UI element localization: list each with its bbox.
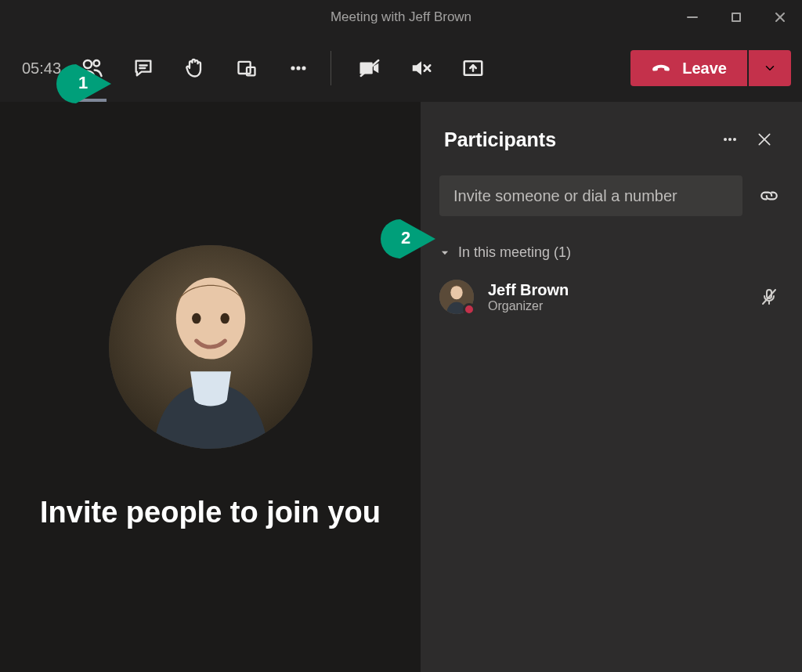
raise-hand-button[interactable] (169, 45, 221, 91)
participant-avatar (439, 280, 474, 314)
svg-point-4 (84, 60, 92, 68)
avatar-image (109, 245, 312, 449)
panel-close-button[interactable] (747, 122, 782, 157)
speaker-muted-icon (410, 56, 433, 80)
chevron-down-icon (763, 61, 777, 75)
invite-heading: Invite people to join you (40, 496, 381, 529)
participants-panel: Participants (421, 102, 802, 672)
copy-meeting-link-button[interactable] (752, 179, 786, 213)
people-icon (80, 56, 103, 80)
leave-dropdown-button[interactable] (749, 50, 791, 86)
hangup-icon (651, 58, 682, 78)
raise-hand-icon (184, 57, 206, 79)
meeting-body: Invite people to join you Participants (0, 102, 802, 672)
camera-off-icon (358, 56, 381, 80)
audio-toggle-button[interactable] (396, 45, 447, 91)
section-label: In this meeting (1) (458, 244, 571, 261)
caret-down-icon (439, 247, 450, 258)
more-actions-button[interactable] (273, 45, 324, 91)
mic-muted-icon (760, 287, 779, 306)
panel-more-button[interactable] (713, 122, 747, 157)
section-toggle[interactable]: In this meeting (1) (439, 244, 783, 261)
leave-label: Leave (682, 60, 727, 78)
meeting-toolbar: 05:43 (0, 34, 802, 102)
invite-input[interactable] (439, 175, 742, 216)
svg-point-11 (296, 66, 300, 70)
svg-point-21 (724, 138, 727, 141)
toolbar-left: 05:43 (11, 34, 499, 102)
close-icon (757, 132, 772, 147)
link-icon (759, 186, 779, 206)
call-duration: 05:43 (22, 60, 61, 78)
svg-point-27 (450, 286, 462, 300)
share-screen-button[interactable] (447, 45, 499, 91)
in-meeting-section: In this meeting (1) Jeff Brown (421, 224, 802, 325)
window-controls (670, 0, 802, 34)
show-chat-button[interactable] (117, 45, 169, 91)
participant-row[interactable]: Jeff Brown Organizer (439, 275, 783, 319)
breakout-rooms-button[interactable] (221, 45, 273, 91)
maximize-button[interactable] (714, 0, 758, 34)
participant-role: Organizer (488, 299, 569, 313)
leave-button[interactable]: Leave (630, 50, 747, 86)
window-title: Meeting with Jeff Brown (331, 9, 471, 25)
meeting-stage: Invite people to join you (0, 102, 421, 672)
participant-text: Jeff Brown Organizer (488, 281, 569, 313)
participant-actions (760, 287, 783, 306)
share-screen-icon (461, 56, 485, 80)
chat-icon (132, 57, 154, 79)
svg-point-22 (728, 138, 732, 141)
app-window: Meeting with Jeff Brown 05:43 (0, 0, 802, 672)
svg-rect-1 (732, 13, 740, 21)
participant-name: Jeff Brown (488, 281, 569, 299)
self-avatar-large (109, 245, 312, 449)
toolbar-right: Leave (624, 50, 791, 86)
svg-point-12 (302, 66, 305, 70)
presence-busy-dot (463, 303, 475, 316)
show-participants-button[interactable] (66, 45, 117, 91)
svg-point-19 (192, 313, 200, 323)
panel-title: Participants (444, 128, 713, 151)
invite-row (421, 168, 802, 224)
svg-point-23 (733, 138, 736, 141)
svg-point-10 (291, 66, 294, 70)
breakout-rooms-icon (236, 57, 258, 79)
leave-button-group: Leave (630, 50, 791, 86)
svg-point-20 (220, 313, 229, 323)
toolbar-divider (331, 51, 331, 85)
camera-toggle-button[interactable] (344, 45, 396, 91)
active-tab-underline (77, 99, 107, 102)
ellipsis-icon (721, 130, 739, 149)
people-button-wrap (66, 34, 117, 102)
title-bar: Meeting with Jeff Brown (0, 0, 802, 34)
minimize-button[interactable] (670, 0, 714, 34)
svg-point-5 (94, 60, 100, 67)
ellipsis-icon (287, 57, 309, 79)
close-window-button[interactable] (758, 0, 802, 34)
panel-header: Participants (421, 102, 802, 168)
